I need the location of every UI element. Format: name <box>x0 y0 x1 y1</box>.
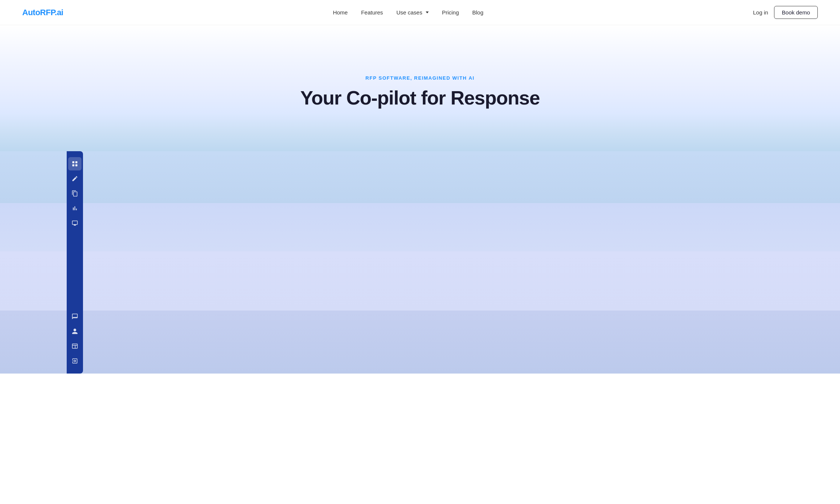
grid-icon <box>72 160 78 167</box>
logo-text-main: AutoRFP <box>22 8 55 17</box>
logo-text-accent: .ai <box>55 8 63 17</box>
nav-item-features[interactable]: Features <box>361 9 383 16</box>
hero-section: RFP SOFTWARE, REIMAGINED WITH AI Your Co… <box>0 25 840 151</box>
logo[interactable]: AutoRFP.ai <box>22 8 63 17</box>
bg-stripe-4 <box>0 311 840 374</box>
nav-link-features[interactable]: Features <box>361 9 383 16</box>
book-demo-button[interactable]: Book demo <box>774 6 818 19</box>
nav-item-home[interactable]: Home <box>333 9 348 16</box>
svg-rect-2 <box>72 165 74 166</box>
chat-icon <box>72 313 78 320</box>
hero-title: Your Co-pilot for Response <box>300 87 539 109</box>
bg-stripe-3 <box>0 251 840 311</box>
nav-link-home[interactable]: Home <box>333 9 348 16</box>
hero-tag: RFP SOFTWARE, REIMAGINED WITH AI <box>365 75 474 81</box>
nav-actions: Log in Book demo <box>753 6 818 19</box>
svg-rect-0 <box>72 161 74 163</box>
nav-links: Home Features Use cases Pricing Blog <box>333 9 483 16</box>
sidebar-icon-chart[interactable] <box>68 202 82 215</box>
nav-link-use-cases[interactable]: Use cases <box>396 9 429 16</box>
sidebar-icon-person[interactable] <box>68 325 82 338</box>
main-content <box>0 151 840 374</box>
login-button[interactable]: Log in <box>753 9 768 16</box>
logout-icon <box>72 358 78 364</box>
person-icon <box>72 328 78 335</box>
sidebar-icon-monitor[interactable] <box>68 216 82 230</box>
nav-item-blog[interactable]: Blog <box>472 9 484 16</box>
sidebar-icon-table[interactable] <box>68 339 82 353</box>
sidebar-icon-documents[interactable] <box>68 187 82 200</box>
sidebar-icon-edit[interactable] <box>68 172 82 185</box>
sidebar-icon-chat[interactable] <box>68 310 82 323</box>
monitor-icon <box>72 220 78 226</box>
bg-stripe-1 <box>0 151 840 203</box>
bg-stripe-2 <box>0 203 840 251</box>
edit-icon <box>72 175 78 182</box>
nav-item-pricing[interactable]: Pricing <box>442 9 459 16</box>
navbar: AutoRFP.ai Home Features Use cases Prici… <box>0 0 840 25</box>
chevron-down-icon <box>426 11 429 13</box>
sidebar-icon-logout[interactable] <box>68 354 82 368</box>
sidebar-icon-grid[interactable] <box>68 157 82 170</box>
sidebar <box>67 151 83 374</box>
nav-link-blog[interactable]: Blog <box>472 9 484 16</box>
svg-rect-1 <box>76 161 77 163</box>
chart-icon <box>72 205 78 212</box>
copy-icon <box>72 190 78 197</box>
nav-item-use-cases[interactable]: Use cases <box>396 9 429 16</box>
nav-link-pricing[interactable]: Pricing <box>442 9 459 16</box>
svg-rect-3 <box>76 165 77 166</box>
table-icon <box>72 343 78 349</box>
